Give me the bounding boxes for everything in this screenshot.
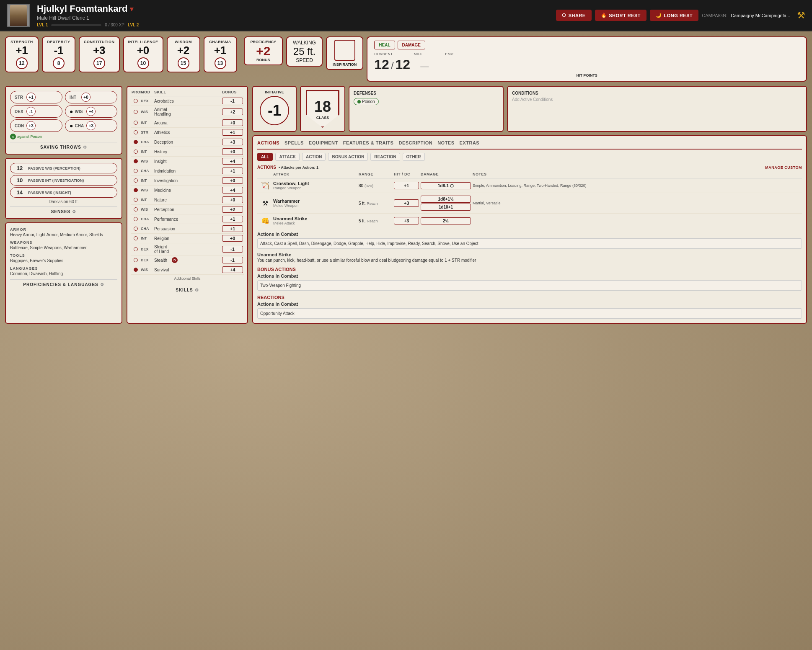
save-con: CON +3 bbox=[10, 119, 62, 132]
skill-prof-circle[interactable] bbox=[134, 110, 138, 114]
anvil-icon: ⚒ bbox=[797, 10, 805, 21]
senses-gear-icon[interactable]: ⚙ bbox=[72, 209, 76, 214]
tab-notes[interactable]: NOTES bbox=[437, 140, 454, 147]
skill-prof-circle[interactable] bbox=[134, 178, 138, 183]
skill-bonus: -1 bbox=[222, 257, 243, 263]
proficiencies-title: PROFICIENCIES & LANGUAGES ⚙ bbox=[10, 279, 117, 287]
skill-prof-circle[interactable] bbox=[134, 198, 138, 202]
second-row: STR +1 INT +0 DEX -1 bbox=[5, 86, 807, 324]
ability-wisdom[interactable]: WISDOM +2 15 bbox=[167, 36, 200, 72]
inspiration-box[interactable] bbox=[334, 40, 355, 61]
skill-bonus: -1 bbox=[222, 98, 243, 104]
damage-button[interactable]: DAMAGE bbox=[398, 41, 425, 49]
skill-bonus: +0 bbox=[222, 196, 243, 203]
warhammer-icon: ⚒ bbox=[259, 199, 272, 207]
skill-prof-circle[interactable] bbox=[134, 236, 138, 240]
skill-prof-circle[interactable] bbox=[134, 268, 138, 272]
ability-dexterity[interactable]: DEXTERITY -1 8 bbox=[42, 36, 75, 72]
skill-name: Performance bbox=[154, 217, 171, 222]
skill-ability: WIS bbox=[141, 159, 153, 163]
filter-other[interactable]: OTHER bbox=[403, 153, 425, 161]
skill-ability: CHA bbox=[141, 140, 153, 144]
ability-intelligence[interactable]: INTELLIGENCE +0 10 bbox=[123, 36, 163, 72]
passives-card: 12 PASSIVE WIS (PERCEPTION) 10 PASSIVE I… bbox=[5, 158, 122, 219]
skill-prof-circle[interactable] bbox=[134, 169, 138, 173]
saving-throws-title: SAVING THROWS ⚙ bbox=[10, 142, 117, 150]
short-rest-button[interactable]: 🔥 SHORT REST bbox=[595, 10, 646, 21]
skill-row-nature: INTNature+0 bbox=[131, 195, 244, 205]
add-conditions[interactable]: Add Active Conditions bbox=[512, 97, 802, 102]
heal-button[interactable]: HEAL bbox=[374, 41, 395, 49]
skill-ability: STR bbox=[141, 130, 153, 134]
attack-unarmed[interactable]: 👊 Unarmed Strike Melee Attack 5 ft. Reac… bbox=[257, 214, 802, 228]
skill-name: Athletics bbox=[154, 130, 171, 135]
tab-features[interactable]: FEATURES & TRAITS bbox=[343, 140, 394, 147]
skill-ability: DEX bbox=[141, 247, 153, 251]
character-name: Hjulkyl Foamtankard ▾ bbox=[37, 3, 549, 14]
skill-prof-circle[interactable] bbox=[134, 150, 138, 154]
long-rest-button[interactable]: 🌙 LONG REST bbox=[650, 10, 698, 21]
skills-panel: PROF MOD SKILL BONUS DEXAcrobatics-1WISA… bbox=[127, 86, 248, 324]
ability-strength[interactable]: STRENGTH +1 12 bbox=[5, 36, 39, 72]
skill-ability: CHA bbox=[141, 169, 153, 173]
tab-description[interactable]: DESCRIPTION bbox=[398, 140, 432, 147]
skill-bonus: +3 bbox=[222, 139, 243, 145]
tab-extras[interactable]: EXTRAS bbox=[460, 140, 480, 147]
skill-ability: WIS bbox=[141, 188, 153, 192]
skill-name: Perception bbox=[154, 207, 171, 212]
skill-row-deception: CHADeception+3 bbox=[131, 137, 244, 147]
skill-prof-circle[interactable] bbox=[134, 207, 138, 212]
skill-prof-circle[interactable] bbox=[134, 121, 138, 125]
proficiencies-gear-icon[interactable]: ⚙ bbox=[100, 282, 104, 287]
skill-prof-circle[interactable] bbox=[134, 258, 138, 262]
skill-prof-circle[interactable] bbox=[134, 140, 138, 144]
filter-all[interactable]: ALL bbox=[257, 153, 273, 161]
attack-crossbow[interactable]: 🏹 Crossbow, Light Ranged Weapon 80 (320)… bbox=[257, 178, 802, 193]
crossbow-icon: 🏹 bbox=[259, 182, 272, 190]
share-button[interactable]: ⬡ SHARE bbox=[556, 10, 592, 21]
filter-reaction[interactable]: REACTION bbox=[370, 153, 400, 161]
add-skills[interactable]: Additional Skills bbox=[131, 275, 244, 282]
skill-prof-circle[interactable] bbox=[134, 217, 138, 221]
filter-bonus-action[interactable]: BONUS ACTION bbox=[328, 153, 368, 161]
name-dropdown-icon[interactable]: ▾ bbox=[130, 5, 133, 13]
filter-attack[interactable]: ATTACK bbox=[275, 153, 300, 161]
inspiration-card[interactable]: INSPIRATION bbox=[326, 36, 363, 70]
skill-prof-circle[interactable] bbox=[134, 247, 138, 251]
skill-prof-circle[interactable] bbox=[134, 227, 138, 231]
campaign-name: Campaigny McCampaignfa... bbox=[731, 13, 790, 18]
ability-charisma[interactable]: CHARISMA +1 13 bbox=[204, 36, 237, 72]
attack-warhammer[interactable]: ⚒ Warhammer Melee Weapon 5 ft. Reach +3 … bbox=[257, 193, 802, 214]
skill-prof-circle[interactable] bbox=[134, 130, 138, 134]
skill-bonus: +0 bbox=[222, 119, 243, 126]
skill-prof-circle[interactable] bbox=[134, 188, 138, 192]
skill-prof-circle[interactable] bbox=[134, 159, 138, 163]
hp-buttons: HEAL DAMAGE bbox=[374, 41, 799, 49]
tab-equipment[interactable]: EQUIPMENT bbox=[309, 140, 338, 147]
skill-ability: WIS bbox=[141, 268, 153, 272]
skill-name: Sleight of Hand bbox=[154, 245, 171, 254]
filter-action[interactable]: ACTION bbox=[302, 153, 326, 161]
skill-name: Insight bbox=[154, 159, 171, 164]
aic-content: Attack, Cast a Spell, Dash, Disengage, D… bbox=[257, 238, 802, 249]
save-row-1: STR +1 INT +0 bbox=[10, 91, 117, 103]
saving-throws-gear-icon[interactable]: ⚙ bbox=[83, 145, 87, 150]
skill-name: Investigation bbox=[154, 178, 171, 183]
hp-values: 12 / 12 — bbox=[374, 57, 799, 72]
skills-gear-icon[interactable]: ⚙ bbox=[195, 288, 199, 292]
tab-spells[interactable]: SPELLS bbox=[284, 140, 304, 147]
defense-dot bbox=[357, 100, 361, 103]
ability-constitution[interactable]: CONSTITUTION +3 17 bbox=[79, 36, 120, 72]
passive-investigation: 10 PASSIVE INT (INVESTIGATION) bbox=[10, 175, 117, 186]
skill-name: Persuasion bbox=[154, 227, 171, 231]
avatar-figure bbox=[10, 5, 27, 26]
tab-actions[interactable]: ACTIONS bbox=[257, 140, 279, 150]
skill-row-acrobatics: DEXAcrobatics-1 bbox=[131, 96, 244, 106]
manage-custom[interactable]: MANAGE CUSTOM bbox=[765, 165, 802, 170]
skill-ability: WIS bbox=[141, 110, 153, 114]
skill-ability: DEX bbox=[141, 99, 153, 103]
skill-prof-circle[interactable] bbox=[134, 99, 138, 103]
right-panel: INITIATIVE -1 18 CLASS DEFENSES bbox=[252, 86, 807, 324]
skill-ability: INT bbox=[141, 198, 153, 202]
skill-row-persuasion: CHAPersuasion+1 bbox=[131, 224, 244, 234]
